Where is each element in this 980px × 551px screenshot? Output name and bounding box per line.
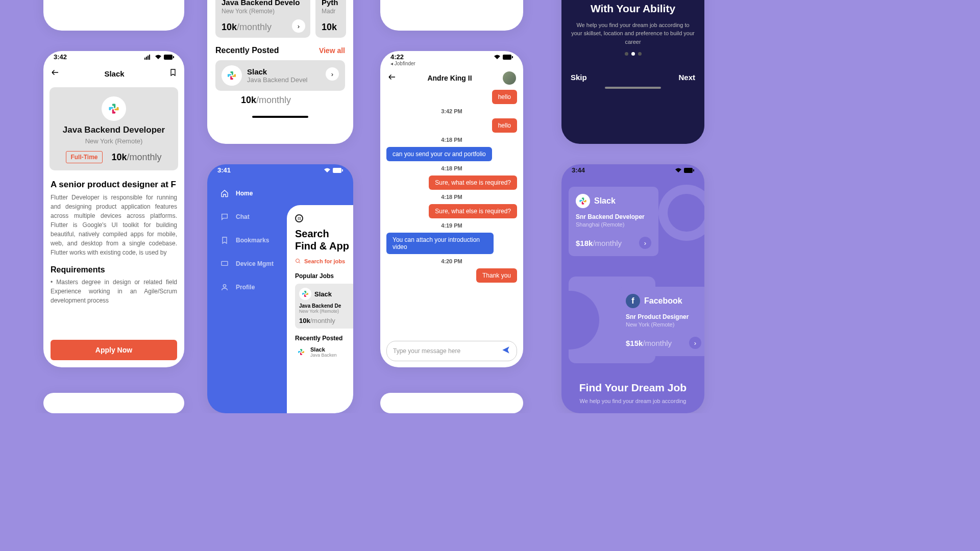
job-summary-card: Java Backend Developer New York (Remote)… — [50, 87, 178, 170]
svg-rect-4 — [144, 58, 145, 60]
drawer-search-screen: 3:41 Home Chat Bookmarks Device Mgmt Pro… — [207, 164, 353, 413]
featured-jobs-screen: 3:44 Slack Snr Backend Developer Shangha… — [561, 164, 704, 413]
outgoing-message: hello — [386, 118, 517, 133]
wifi-icon — [324, 168, 331, 173]
search-placeholder: Search for jobs — [304, 258, 345, 264]
chevron-right-icon[interactable]: › — [689, 337, 701, 349]
message-input[interactable]: Type your message here — [386, 341, 517, 361]
bookmark-icon — [220, 236, 229, 244]
page-dots — [561, 52, 704, 56]
svg-rect-8 — [164, 55, 173, 60]
message-bubble: hello — [492, 90, 517, 104]
dream-job-cta: Find Your Dream Job We help you find you… — [561, 382, 704, 404]
dream-title: Find Your Dream Job — [561, 382, 704, 394]
status-time: 3:41 — [217, 166, 231, 174]
status-bar: 4:22 — [380, 51, 523, 61]
salary: 10k/monthly — [112, 152, 162, 163]
chat-header: Andre King II — [380, 66, 523, 90]
menu-label: Device Mgmt — [236, 260, 274, 267]
home-partial-screen: Java Backend Develo New York (Remote) 10… — [207, 0, 353, 144]
requirements-title: Requirements — [43, 257, 184, 278]
featured-job-card[interactable]: f Facebook Snr Product Designer New York… — [619, 287, 704, 356]
menu-item-home[interactable]: Home — [220, 189, 340, 197]
popular-jobs-label: Popular Jobs — [295, 272, 353, 280]
message-bubble: Sure, what else is required? — [429, 204, 517, 218]
message-bubble: You can attach your introduction video — [386, 233, 494, 254]
bookmark-icon[interactable] — [169, 68, 177, 79]
job-detail-screen: 3:42 Slack Java Backend Developer New Yo… — [43, 51, 184, 367]
job-card-location: Madr — [322, 8, 340, 15]
timestamp: 4:19 PM — [386, 222, 517, 229]
company-logo — [102, 96, 126, 121]
recent-job-card[interactable]: Slack Java Backen — [295, 346, 353, 358]
job-card[interactable]: Java Backend Develo New York (Remote) 10… — [215, 0, 310, 38]
company-name: Slack — [247, 67, 308, 76]
chevron-right-icon[interactable]: › — [639, 237, 651, 249]
avatar[interactable] — [503, 71, 516, 85]
job-salary: 10k/monthly — [241, 95, 345, 106]
back-icon[interactable] — [387, 72, 397, 84]
apply-button[interactable]: Apply Now — [51, 340, 177, 360]
job-location: New York (Remote) — [55, 137, 173, 145]
job-card-title: Java Backend Develo — [222, 0, 304, 7]
view-all-link[interactable]: View all — [319, 46, 345, 55]
message-bubble: can you send your cv and portfolio — [386, 147, 492, 161]
dot-active[interactable] — [631, 52, 635, 56]
svg-rect-7 — [149, 55, 150, 60]
job-title: Java Backend Developer — [55, 125, 173, 135]
send-icon[interactable] — [501, 345, 510, 357]
onboarding-title: Stable YourselfWith Your Ability — [561, 0, 704, 16]
home-indicator — [605, 87, 661, 89]
menu-label: Chat — [236, 213, 250, 220]
incoming-message: You can attach your introduction video — [386, 233, 517, 254]
back-breadcrumb[interactable]: ◂ Jobfinder — [380, 61, 523, 66]
header: Slack — [43, 61, 184, 84]
requirements-text: • Masters degree in design or related fi… — [43, 278, 184, 305]
status-icons — [494, 55, 513, 60]
job-role: Snr Backend Developer — [576, 213, 651, 220]
blank-phone — [43, 393, 184, 413]
signal-icon — [144, 55, 153, 60]
featured-job-card[interactable]: Slack Snr Backend Developer Shanghai (Re… — [569, 187, 658, 256]
blank-phone — [380, 0, 523, 31]
company-logo: f — [626, 294, 640, 308]
timestamp: 4:18 PM — [386, 194, 517, 200]
svg-point-13 — [223, 285, 226, 287]
job-card[interactable]: Pyth Madr 10k — [315, 0, 346, 38]
svg-rect-12 — [222, 261, 228, 265]
chevron-right-icon[interactable]: › — [326, 67, 339, 81]
svg-rect-17 — [684, 168, 693, 173]
search-input[interactable]: Search for jobs — [295, 258, 353, 264]
svg-rect-16 — [512, 56, 513, 58]
next-button[interactable]: Next — [678, 73, 695, 82]
status-icons — [324, 168, 343, 173]
status-time: 4:22 — [390, 53, 404, 61]
svg-rect-6 — [148, 56, 149, 60]
recently-posted-title: Recently Posted — [215, 46, 279, 55]
status-bar: 3:41 — [207, 164, 353, 174]
battery-icon — [164, 55, 174, 60]
chevron-right-icon[interactable]: › — [292, 19, 305, 33]
home-indicator — [252, 116, 308, 118]
svg-point-14 — [296, 259, 300, 263]
company-name: Slack — [594, 196, 616, 206]
popular-job-card[interactable]: Slack Java Backend De New York (Remote) … — [295, 284, 353, 329]
dot[interactable] — [638, 52, 642, 56]
timestamp: 4:18 PM — [386, 137, 517, 143]
recently-posted-label: Recently Posted — [295, 335, 353, 342]
company-logo — [576, 194, 590, 208]
job-location: New York (Remote) — [626, 321, 701, 328]
svg-rect-11 — [342, 169, 343, 171]
outgoing-message: Thank you — [386, 268, 517, 283]
dot[interactable] — [625, 52, 628, 56]
chat-contact-name: Andre King II — [427, 74, 472, 82]
skip-button[interactable]: Skip — [571, 73, 587, 82]
menu-toggle-icon[interactable]: ⊟ — [295, 214, 303, 222]
job-role: Java Backend De — [299, 303, 352, 309]
outgoing-message: hello — [386, 90, 517, 104]
wide-job-card[interactable]: Slack Java Backend Devel › — [215, 60, 345, 91]
job-card-salary: 10k — [322, 22, 340, 33]
job-salary: 10k/monthly — [299, 317, 352, 324]
back-icon[interactable] — [51, 68, 60, 79]
chat-icon — [220, 213, 229, 221]
